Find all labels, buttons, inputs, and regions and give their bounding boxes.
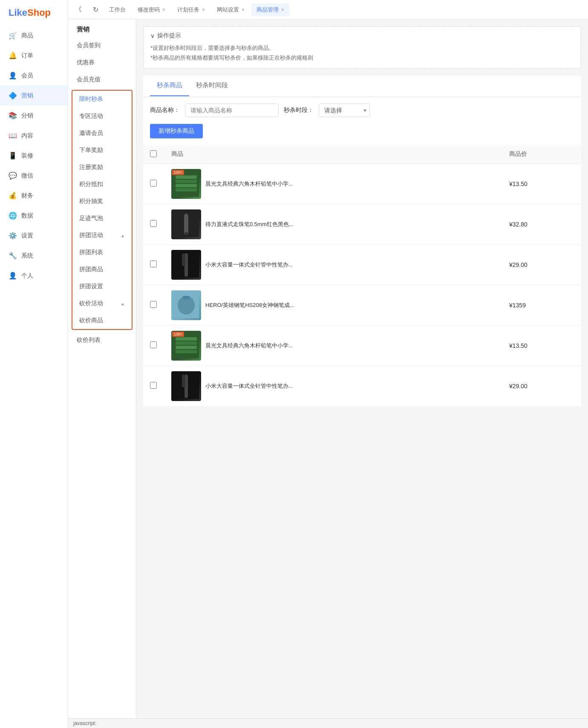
tab-workbench[interactable]: 工作台 [104, 3, 131, 16]
add-flash-sale-button[interactable]: 新增秒杀商品 [150, 124, 203, 138]
tab-goods-management[interactable]: 商品管理× [251, 3, 289, 16]
secondary-nav-invite-member[interactable]: 邀请会员 [72, 125, 132, 142]
sidebar-item-decoration[interactable]: 📱 装修 [0, 146, 68, 166]
secondary-nav-bargain-activity[interactable]: 砍价活动▲ [72, 295, 132, 312]
secondary-nav-special-zone[interactable]: 专区活动 [72, 108, 132, 125]
secondary-nav-bargain-list[interactable]: 砍价列表 [68, 332, 136, 349]
table-row: 得力直液式走珠笔0.5mm红色黑色... ¥32.80 [143, 204, 581, 244]
tab-close-plan-task[interactable]: × [202, 7, 205, 13]
tab-close-goods-management[interactable]: × [281, 7, 284, 13]
table-row: HERO/英雄钢笔HS208女神钢笔成... ¥1359 [143, 285, 581, 325]
secondary-nav-points-deduct[interactable]: 积分抵扣 [72, 176, 132, 193]
secondary-label-bargain-activity: 砍价活动 [79, 300, 103, 307]
sub-tab-flash-goods[interactable]: 秒杀商品 [150, 75, 189, 96]
row-product-cell: 得力直液式走珠笔0.5mm红色黑色... [164, 204, 502, 244]
reload-button[interactable]: ↻ [89, 3, 102, 17]
secondary-nav-flash-sale[interactable]: 限时秒杀 [72, 91, 132, 108]
content-card: 秒杀商品秒杀时间段 商品名称： 秒杀时段： 请选择 新增秒杀商品 [143, 75, 581, 407]
select-all-checkbox[interactable] [150, 150, 157, 157]
product-name-input[interactable] [185, 103, 279, 117]
row-product-cell: 小米大容量一体式全针管中性笔办... [164, 244, 502, 285]
secondary-nav-group-settings[interactable]: 拼团设置 [72, 278, 132, 295]
tips-line-1: *设置好秒杀时间段后，需要选择参与秒杀的商品。 [150, 43, 574, 53]
logo-text: LikeShop [9, 7, 51, 18]
row-checkbox-5[interactable] [150, 382, 157, 389]
svg-rect-10 [182, 253, 185, 266]
secondary-nav-order-reward[interactable]: 下单奖励 [72, 142, 132, 159]
order-icon: 🔔 [9, 52, 17, 60]
personal-icon: 👤 [9, 272, 17, 280]
tab-change-password[interactable]: 修改密码× [133, 3, 170, 16]
row-checkbox-0[interactable] [150, 180, 157, 186]
row-price-cell: ¥32.80 [502, 204, 581, 244]
sub-tab-flash-time[interactable]: 秒杀时间段 [189, 75, 235, 96]
product-badge: 100+ [172, 332, 184, 337]
sidebar-item-distribution[interactable]: 📚 分销 [0, 106, 68, 126]
sidebar-label-content: 内容 [21, 132, 33, 140]
tab-close-change-password[interactable]: × [162, 7, 165, 13]
sidebar-item-settings[interactable]: ⚙️ 设置 [0, 226, 68, 246]
row-price-cell: ¥29.00 [502, 244, 581, 285]
tab-label-workbench: 工作台 [109, 6, 126, 14]
tips-line-2: *秒杀商品的所有规格都要填写秒杀价，如果移除正在秒杀的规格则 [150, 53, 574, 63]
sidebar-item-marketing[interactable]: 🔷 营销 [0, 86, 68, 106]
status-text: javascript: [73, 720, 96, 726]
product-name: 晨光文具经典六角木杆铅笔中小学... [205, 341, 293, 350]
secondary-nav-member-recharge[interactable]: 会员充值 [68, 71, 136, 88]
sidebar-item-order[interactable]: 🔔 订单 [0, 46, 68, 66]
tab-label-website-settings: 网站设置 [217, 6, 239, 14]
product-table: 商品 商品价 100+ 晨光文具经典六角木杆铅笔中小学... ¥13.50 [143, 145, 581, 407]
product-name: 晨光文具经典六角木杆铅笔中小学... [205, 180, 293, 188]
tab-label-change-password: 修改密码 [138, 6, 160, 14]
secondary-label-group-buy: 拼团活动 [79, 232, 103, 239]
svg-rect-3 [176, 184, 197, 187]
row-checkbox-2[interactable] [150, 261, 157, 267]
finance-icon: 💰 [9, 192, 17, 200]
row-checkbox-cell [143, 244, 164, 285]
sidebar-item-personal[interactable]: 👤 个人 [0, 266, 68, 286]
secondary-nav-footprint-bubble[interactable]: 足迹气泡 [72, 210, 132, 227]
sidebar-label-distribution: 分销 [21, 112, 33, 120]
secondary-nav-register-reward[interactable]: 注册奖励 [72, 159, 132, 176]
secondary-nav-group-goods[interactable]: 拼团商品 [72, 261, 132, 278]
secondary-nav-group-list[interactable]: 拼团列表 [72, 244, 132, 261]
sidebar-item-wechat[interactable]: 💬 微信 [0, 166, 68, 186]
row-checkbox-4[interactable] [150, 341, 157, 348]
sidebar-label-marketing: 营销 [21, 92, 33, 100]
sidebar-item-data[interactable]: 🌐 数据 [0, 206, 68, 226]
th-price: 商品价 [502, 145, 581, 164]
secondary-nav-member-signin[interactable]: 会员签到 [68, 37, 136, 54]
flash-time-select[interactable]: 请选择 [319, 103, 370, 117]
expand-arrow-group-buy: ▲ [121, 233, 125, 238]
secondary-section-title: 营销 [68, 20, 136, 37]
tab-website-settings[interactable]: 网站设置× [212, 3, 250, 16]
secondary-nav-coupon[interactable]: 优惠券 [68, 54, 136, 71]
sidebar-item-content[interactable]: 📖 内容 [0, 126, 68, 146]
svg-rect-15 [176, 337, 197, 341]
row-price-cell: ¥13.50 [502, 163, 581, 204]
product-name: 得力直液式走珠笔0.5mm红色黑色... [205, 220, 294, 229]
product-thumbnail [171, 209, 201, 239]
row-checkbox-1[interactable] [150, 220, 157, 227]
content-area: 营销 会员签到优惠券会员充值限时秒杀专区活动邀请会员下单奖励注册奖励积分抵扣积分… [68, 20, 588, 718]
tips-header-label: 操作提示 [157, 32, 181, 40]
row-product-cell: HERO/英雄钢笔HS208女神钢笔成... [164, 285, 502, 325]
secondary-label-bargain-goods: 砍价商品 [79, 317, 103, 324]
secondary-label-group-goods: 拼团商品 [79, 266, 103, 273]
tab-close-website-settings[interactable]: × [242, 7, 245, 13]
sidebar-item-finance[interactable]: 💰 财务 [0, 186, 68, 206]
sidebar-item-system[interactable]: 🔧 系统 [0, 246, 68, 266]
secondary-nav-points-lottery[interactable]: 积分抽奖 [72, 193, 132, 210]
secondary-nav-bargain-goods[interactable]: 砍价商品 [72, 312, 132, 329]
row-checkbox-3[interactable] [150, 301, 157, 308]
sub-tabs: 秒杀商品秒杀时间段 [143, 75, 581, 97]
collapse-button[interactable]: 《 [72, 3, 85, 17]
sidebar-item-member[interactable]: 👤 会员 [0, 66, 68, 86]
marketing-icon: 🔷 [9, 92, 17, 100]
svg-rect-21 [182, 375, 185, 387]
tab-plan-task[interactable]: 计划任务× [172, 3, 210, 16]
secondary-nav-group-buy[interactable]: 拼团活动▲ [72, 227, 132, 244]
tips-header[interactable]: ∨ 操作提示 [150, 32, 574, 40]
sidebar-item-goods[interactable]: 🛒 商品 [0, 26, 68, 46]
th-product: 商品 [164, 145, 502, 164]
